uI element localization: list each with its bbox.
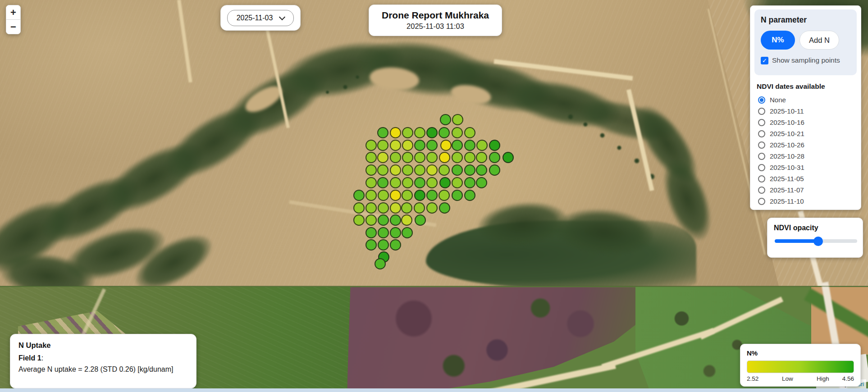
sampling-point[interactable] [426, 190, 438, 201]
sampling-point[interactable] [439, 202, 450, 214]
sampling-point[interactable] [426, 152, 438, 163]
sampling-point[interactable] [452, 152, 463, 163]
ndvi-date-option-2025-10-28[interactable]: 2025-10-28 [758, 150, 857, 162]
ndvi-date-option-2025-11-05[interactable]: 2025-11-05 [758, 173, 857, 184]
add-n-button[interactable]: Add N [799, 31, 839, 50]
sampling-point[interactable] [390, 190, 401, 201]
radio-icon[interactable] [758, 153, 765, 160]
sampling-point[interactable] [402, 152, 413, 163]
radio-icon[interactable] [758, 108, 765, 115]
sampling-point[interactable] [365, 227, 377, 238]
sampling-point[interactable] [377, 164, 388, 176]
sampling-point[interactable] [426, 140, 438, 151]
ndvi-date-option-2025-10-16[interactable]: 2025-10-16 [758, 117, 857, 128]
radio-icon[interactable] [758, 164, 765, 171]
radio-icon[interactable] [758, 130, 765, 137]
sampling-point[interactable] [377, 127, 388, 138]
sampling-point[interactable] [476, 140, 488, 151]
radio-icon[interactable] [758, 141, 765, 149]
sampling-point[interactable] [476, 152, 487, 163]
checkbox-checked-icon[interactable]: ✓ [761, 57, 768, 64]
sampling-point[interactable] [476, 164, 487, 176]
sampling-point[interactable] [401, 214, 412, 226]
sampling-point[interactable] [378, 214, 389, 226]
sampling-point[interactable] [452, 127, 463, 138]
sampling-point[interactable] [402, 177, 413, 188]
sampling-point[interactable] [390, 227, 401, 238]
show-sampling-points-row[interactable]: ✓ Show sampling points [761, 56, 850, 64]
sampling-point[interactable] [452, 190, 463, 201]
sampling-point[interactable] [452, 114, 463, 125]
ndvi-date-option-2025-10-26[interactable]: 2025-10-26 [758, 139, 857, 150]
sampling-point[interactable] [402, 190, 413, 201]
sampling-point[interactable] [414, 190, 425, 201]
sampling-point[interactable] [414, 127, 425, 138]
sampling-point[interactable] [439, 127, 450, 138]
sampling-point[interactable] [390, 177, 401, 188]
sampling-point[interactable] [415, 214, 426, 226]
sampling-point[interactable] [489, 164, 500, 176]
sampling-point[interactable] [476, 177, 487, 188]
sampling-point[interactable] [489, 140, 500, 151]
ndvi-date-option-2025-10-11[interactable]: 2025-10-11 [758, 105, 857, 117]
sampling-point[interactable] [440, 114, 451, 125]
sampling-point[interactable] [353, 202, 365, 214]
sampling-point[interactable] [464, 177, 475, 188]
sampling-point[interactable] [414, 164, 425, 176]
sampling-point[interactable] [378, 190, 389, 201]
sampling-point[interactable] [426, 127, 438, 138]
sampling-point[interactable] [426, 164, 438, 176]
sampling-point[interactable] [489, 152, 500, 163]
sampling-point[interactable] [365, 140, 377, 151]
sampling-point[interactable] [375, 258, 386, 269]
sampling-point[interactable] [452, 164, 463, 176]
sampling-point[interactable] [426, 177, 438, 188]
sampling-point[interactable] [464, 127, 475, 138]
sampling-point[interactable] [365, 152, 377, 163]
sampling-point[interactable] [464, 152, 475, 163]
sampling-point[interactable] [378, 227, 389, 238]
sampling-point[interactable] [390, 214, 401, 226]
n-percent-button[interactable]: N% [761, 31, 795, 50]
radio-selected-icon[interactable] [758, 96, 765, 104]
sampling-point[interactable] [402, 140, 413, 151]
flight-date-select[interactable]: 2025-11-03 [227, 10, 294, 26]
sampling-point[interactable] [464, 164, 475, 176]
sampling-point[interactable] [452, 140, 463, 151]
sampling-point[interactable] [390, 140, 401, 151]
sampling-point[interactable] [439, 177, 451, 188]
sampling-point[interactable] [365, 164, 377, 176]
sampling-point[interactable] [439, 190, 450, 201]
sampling-point[interactable] [377, 152, 388, 163]
sampling-point[interactable] [401, 202, 412, 214]
sampling-point[interactable] [365, 190, 377, 201]
radio-icon[interactable] [758, 187, 765, 194]
sampling-point[interactable] [353, 190, 365, 201]
sampling-point[interactable] [414, 140, 425, 151]
sampling-point[interactable] [440, 140, 452, 151]
zoom-out-button[interactable]: − [6, 20, 20, 34]
ndvi-date-option-none[interactable]: None [758, 94, 857, 105]
ndvi-opacity-slider[interactable] [775, 239, 857, 243]
sampling-point[interactable] [390, 202, 401, 214]
satellite-map[interactable]: + − 2025-11-03 Drone Report Mukhraka 202… [0, 0, 868, 388]
sampling-point[interactable] [390, 239, 401, 251]
sampling-point[interactable] [353, 214, 365, 226]
sampling-point[interactable] [390, 164, 401, 176]
sampling-point[interactable] [452, 177, 463, 188]
sampling-point[interactable] [402, 127, 413, 138]
sampling-point[interactable] [402, 227, 413, 238]
radio-icon[interactable] [758, 198, 765, 205]
sampling-point[interactable] [426, 202, 438, 214]
sampling-point[interactable] [365, 202, 377, 214]
ndvi-date-option-2025-10-31[interactable]: 2025-10-31 [758, 162, 857, 173]
radio-icon[interactable] [758, 175, 765, 182]
sampling-point[interactable] [365, 177, 377, 188]
sampling-point[interactable] [414, 152, 425, 163]
ndvi-date-option-2025-11-07[interactable]: 2025-11-07 [758, 184, 857, 196]
sampling-point[interactable] [378, 239, 389, 251]
sampling-point[interactable] [402, 164, 413, 176]
sampling-point[interactable] [464, 190, 475, 201]
sampling-point[interactable] [377, 177, 388, 188]
sampling-point[interactable] [390, 152, 401, 163]
